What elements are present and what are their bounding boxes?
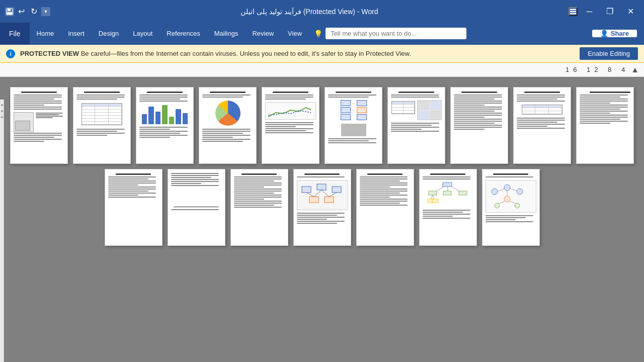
thumbnail-row-2 [105,169,540,246]
title-bar: ↩ ↻ ▼ فرآیند تولید پلی اتیلن (Protected … [0,0,644,23]
svg-rect-20 [443,191,451,195]
svg-rect-18 [443,183,452,187]
page-thumb-4[interactable] [199,87,257,164]
svg-rect-8 [332,187,341,193]
minimize-button[interactable]: ─ [582,5,597,18]
svg-rect-19 [429,191,437,195]
strip-dot [1,104,3,106]
svg-point-28 [517,189,523,195]
svg-rect-3 [570,9,576,10]
redo-button[interactable]: ↻ [29,6,39,17]
svg-rect-6 [302,187,311,193]
document-area: → → [0,77,644,362]
page-thumb-8[interactable] [450,87,508,164]
share-button[interactable]: 👤 Share [592,30,637,37]
title-bar-right: ─ ❐ ✕ [569,5,639,18]
close-button[interactable]: ✕ [622,5,639,18]
protected-view-bar: i PROTECTED VIEW Be careful—files from t… [0,45,644,63]
page-thumb-14[interactable] [293,169,351,246]
svg-point-31 [515,203,520,208]
quick-access-icon[interactable]: ▼ [41,7,50,16]
svg-rect-1 [8,9,11,11]
tab-layout[interactable]: Layout [126,23,159,44]
page-thumb-3[interactable] [136,87,194,164]
ribbon-search-area: 💡 [309,23,588,44]
svg-line-35 [499,201,505,204]
page-thumb-16[interactable] [419,169,477,246]
page-thumb-7[interactable] [387,87,445,164]
page-thumb-2[interactable] [73,87,131,164]
ruler-arrow: ▲ [631,65,639,74]
share-area: 👤 Share [588,23,641,44]
document-title: فرآیند تولید پلی اتیلن (Protected View) … [50,8,569,16]
tab-review[interactable]: Review [245,23,281,44]
restore-button[interactable]: ❐ [601,5,618,18]
svg-rect-25 [432,199,438,203]
tab-mailings[interactable]: Mailings [207,23,246,44]
page-thumb-1[interactable] [10,87,68,164]
thumbnail-row-1: → → [10,87,634,164]
page-thumb-5[interactable] [262,87,319,164]
svg-line-11 [306,193,314,197]
page-thumb-10[interactable] [576,87,634,164]
ruler-numbers: 16 12 8 4 [566,66,629,73]
page-thumb-15[interactable] [356,169,414,246]
svg-point-30 [495,203,500,208]
tab-references[interactable]: References [159,23,207,44]
search-input[interactable] [326,28,466,39]
ribbon: File Home Insert Design Layout Reference… [0,23,644,45]
svg-point-29 [504,196,510,202]
svg-point-26 [492,189,498,195]
svg-rect-10 [325,197,334,203]
svg-line-13 [321,190,329,197]
page-thumb-12[interactable] [168,169,225,246]
save-icon[interactable] [5,7,14,16]
ribbon-tabs: Home Insert Design Layout References Mai… [30,23,309,44]
svg-rect-7 [317,184,326,190]
left-sidebar-strip [0,100,4,362]
person-icon: 👤 [600,30,608,37]
svg-rect-21 [459,191,467,195]
title-bar-left: ↩ ↻ ▼ [5,6,50,17]
strip-dot [1,110,3,112]
page-thumb-9[interactable] [513,87,571,164]
svg-rect-5 [570,13,576,14]
svg-rect-4 [570,11,576,12]
enable-editing-button[interactable]: Enable Editing [580,47,638,60]
svg-line-14 [329,193,337,197]
page-thumb-13[interactable] [230,169,288,246]
svg-line-32 [498,189,504,192]
ribbon-display-button[interactable] [569,7,578,16]
lightbulb-icon: 💡 [314,30,323,38]
info-icon: i [6,49,15,58]
page-thumb-17[interactable] [482,169,540,246]
undo-button[interactable]: ↩ [16,6,27,17]
tab-home[interactable]: Home [30,23,61,44]
tab-insert[interactable]: Insert [61,23,92,44]
svg-rect-9 [309,197,318,203]
file-tab[interactable]: File [0,23,30,44]
protected-view-text: PROTECTED VIEW Be careful—files from the… [20,50,575,57]
tab-design[interactable]: Design [92,23,126,44]
tab-view[interactable]: View [281,23,309,44]
svg-point-27 [504,185,510,191]
svg-rect-2 [7,12,12,15]
svg-line-36 [510,201,516,204]
strip-dot [1,116,3,118]
page-thumb-6[interactable]: → → [325,87,382,164]
page-thumb-11[interactable] [105,169,163,246]
ruler-bar: 16 12 8 4 ▲ [0,63,644,77]
svg-line-12 [314,190,321,197]
svg-line-33 [510,189,517,191]
